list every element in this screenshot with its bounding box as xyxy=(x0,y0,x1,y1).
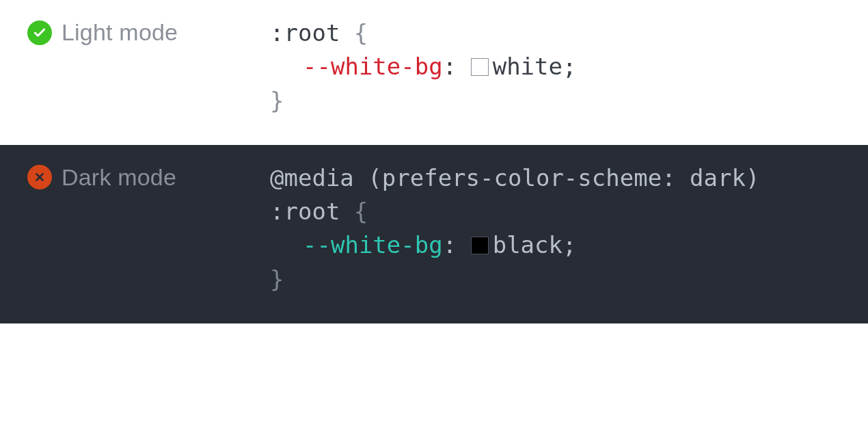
dark-prop: --white-bg xyxy=(303,231,443,259)
dark-mode-panel: Dark mode @media (prefers-color-scheme: … xyxy=(0,145,868,323)
light-semi: ; xyxy=(562,53,576,80)
light-label-group: Light mode xyxy=(27,16,270,46)
light-sep: : xyxy=(443,53,471,80)
light-prop: --white-bg xyxy=(303,53,443,80)
dark-value: black xyxy=(493,231,562,259)
dark-sep: : xyxy=(443,231,471,259)
dark-code-block: @media (prefers-color-scheme: dark) :roo… xyxy=(270,161,759,296)
light-selector: :root xyxy=(270,19,340,47)
check-icon xyxy=(27,21,52,45)
close-brace: } xyxy=(270,87,284,114)
open-brace: { xyxy=(354,19,368,47)
dark-label-group: Dark mode xyxy=(27,161,270,191)
dark-semi: ; xyxy=(562,231,576,259)
light-value: white xyxy=(493,53,562,80)
dark-mode-label: Dark mode xyxy=(62,164,176,191)
light-mode-panel: Light mode :root { --white-bg: white; } xyxy=(0,0,868,145)
dark-media: @media (prefers-color-scheme: dark) xyxy=(270,164,759,191)
cross-icon xyxy=(27,165,52,189)
color-swatch-black xyxy=(471,237,489,254)
light-mode-label: Light mode xyxy=(62,19,178,46)
close-brace: } xyxy=(270,265,284,293)
open-brace: { xyxy=(354,198,368,225)
light-code-block: :root { --white-bg: white; } xyxy=(270,16,577,118)
color-swatch-white xyxy=(471,58,489,76)
dark-selector: :root xyxy=(270,198,340,225)
